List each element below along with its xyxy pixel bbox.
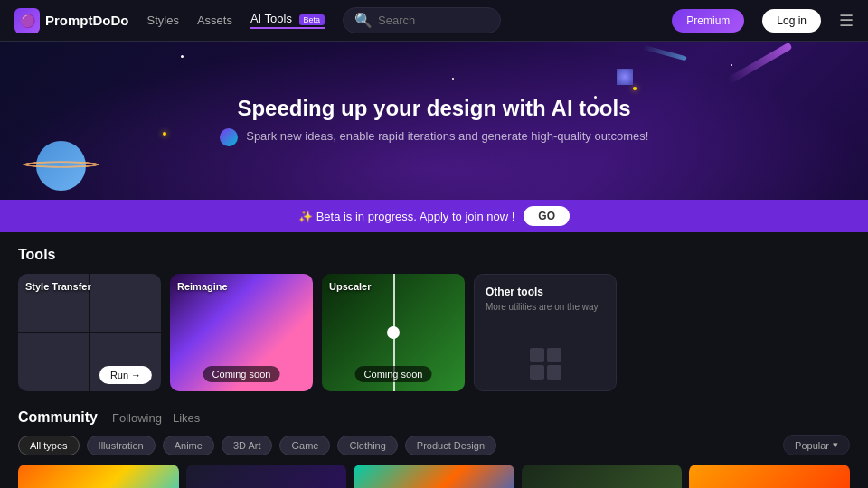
menu-icon[interactable]: ☰ (839, 11, 854, 31)
sort-popular[interactable]: Popular ▾ (783, 435, 850, 455)
search-bar[interactable]: 🔍 (343, 7, 501, 33)
filter-game[interactable]: Game (279, 436, 330, 455)
go-button[interactable]: GO (524, 206, 570, 226)
navbar: 🟣 PromptDoDo Styles Assets AI Tools Beta… (0, 0, 868, 42)
login-button[interactable]: Log in (762, 9, 821, 33)
tools-title: Tools (18, 247, 850, 263)
tools-section: Tools Run → Style Transfer Reimagine Com… (18, 247, 850, 391)
other-tools-icon (486, 348, 605, 380)
community-tabs: Following Likes (112, 411, 200, 425)
tab-following[interactable]: Following (112, 411, 162, 425)
community-image-1[interactable] (18, 465, 179, 488)
other-tools-sub: More utilities are on the way (486, 302, 605, 312)
premium-button[interactable]: Premium (672, 9, 744, 33)
hero-planet (36, 136, 118, 191)
style-transfer-q3 (18, 333, 89, 391)
hero-content: Speeding up your design with AI tools Sp… (220, 96, 649, 146)
tools-grid: Run → Style Transfer Reimagine Coming so… (18, 274, 850, 391)
beta-badge: Beta (299, 14, 326, 25)
community-image-3[interactable] (354, 465, 514, 488)
filter-bar: All types Illustration Anime 3D Art Game… (18, 435, 850, 455)
beta-banner: ✨ Beta is in progress. Apply to join now… (0, 200, 868, 232)
logo[interactable]: 🟣 PromptDoDo (14, 8, 129, 33)
nav-link-styles[interactable]: Styles (147, 14, 179, 27)
main-content: Tools Run → Style Transfer Reimagine Com… (0, 232, 868, 488)
popular-label: Popular (795, 440, 829, 451)
beta-banner-text: ✨ Beta is in progress. Apply to join now… (298, 210, 514, 223)
style-transfer-label: Style Transfer (25, 281, 91, 292)
filter-anime[interactable]: Anime (163, 436, 214, 455)
other-tools-title: Other tools (486, 286, 605, 298)
tool-reimagine[interactable]: Reimagine Coming soon (170, 274, 313, 391)
filter-illustration[interactable]: Illustration (87, 436, 156, 455)
nav-links: Styles Assets AI Tools Beta (147, 12, 326, 29)
style-transfer-q2 (90, 274, 161, 332)
tool-style-transfer[interactable]: Run → Style Transfer (18, 274, 161, 391)
hero-planet-icon (220, 128, 238, 146)
style-transfer-q4: Run → (90, 333, 161, 391)
tool-other[interactable]: Other tools More utilities are on the wa… (474, 274, 617, 391)
community-header: Community Following Likes (18, 409, 850, 426)
search-icon: 🔍 (354, 12, 373, 29)
upscaler-coming-soon: Coming soon (355, 366, 432, 382)
hero-subtitle: Spark new ideas, enable rapid iterations… (220, 128, 649, 146)
chevron-down-icon: ▾ (833, 439, 838, 451)
upscaler-label: Upscaler (329, 281, 371, 292)
community-section: Community Following Likes All types Illu… (18, 409, 850, 488)
tool-upscaler[interactable]: Upscaler Coming soon (322, 274, 465, 391)
search-input[interactable] (378, 14, 489, 27)
community-image-4[interactable] (522, 465, 683, 488)
logo-icon: 🟣 (14, 8, 40, 33)
hero-title: Speeding up your design with AI tools (220, 96, 649, 121)
run-button[interactable]: Run → (99, 366, 152, 384)
nav-link-aitools[interactable]: AI Tools Beta (250, 12, 325, 29)
reimagine-label: Reimagine (177, 281, 228, 292)
reimagine-coming-soon: Coming soon (203, 366, 280, 382)
filter-product-design[interactable]: Product Design (405, 436, 496, 455)
tab-likes[interactable]: Likes (173, 411, 200, 425)
filter-clothing[interactable]: Clothing (337, 436, 397, 455)
filter-3dart[interactable]: 3D Art (222, 436, 273, 455)
nav-link-assets[interactable]: Assets (197, 14, 232, 27)
community-images (18, 465, 850, 488)
hero-banner: Speeding up your design with AI tools Sp… (0, 42, 868, 200)
community-image-5[interactable] (689, 465, 850, 488)
community-image-2[interactable] (186, 465, 347, 488)
filter-all-types[interactable]: All types (18, 436, 80, 455)
community-title: Community (18, 409, 98, 426)
upscaler-slider-handle[interactable] (387, 326, 400, 339)
logo-text: PromptDoDo (45, 13, 129, 28)
